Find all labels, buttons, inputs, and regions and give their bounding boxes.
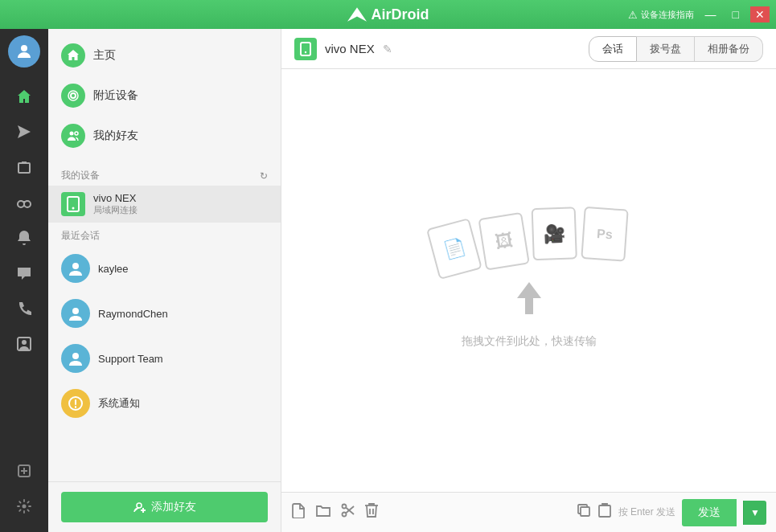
edit-rail-icon[interactable] [8, 455, 40, 487]
maximize-button[interactable]: □ [728, 6, 744, 23]
sidebar: 主页 附近设备 [48, 29, 281, 532]
svg-rect-3 [18, 163, 30, 173]
svg-point-12 [71, 93, 76, 98]
drop-hint-text: 拖拽文件到此处，快速传输 [462, 334, 597, 349]
svg-rect-34 [599, 505, 610, 517]
my-devices-label: 我的设备 [61, 169, 100, 182]
binoculars-rail-icon[interactable] [8, 186, 40, 219]
paste-right-icon[interactable] [597, 502, 612, 522]
titlebar-controls: ⚠ 设备连接指南 — □ ✕ [628, 6, 770, 23]
contact-item-raymond[interactable]: RaymondChen [48, 291, 281, 336]
send-button[interactable]: 发送 [682, 499, 737, 526]
contact-name-raymond: RaymondChen [98, 308, 168, 320]
new-file-toolbar-icon[interactable] [291, 502, 306, 522]
send-dropdown-button[interactable]: ▼ [743, 501, 766, 525]
svg-line-30 [346, 506, 354, 513]
drop-video-icon: 🎥 [531, 207, 577, 260]
contact-item-kaylee[interactable]: kaylee [48, 246, 281, 291]
sidebar-footer: 添加好友 [48, 481, 281, 532]
recent-section-title: 最近会话 [48, 223, 281, 246]
send-rail-icon[interactable] [8, 116, 40, 148]
refresh-icon[interactable]: ↻ [260, 170, 268, 182]
device-name: vivo NEX [93, 192, 138, 204]
contact-item-system[interactable]: 系统通知 [48, 381, 281, 426]
svg-point-25 [305, 51, 306, 52]
upload-arrow-icon [509, 278, 549, 321]
svg-point-21 [137, 503, 142, 508]
svg-point-5 [24, 201, 31, 207]
svg-point-7 [22, 340, 27, 345]
tab-dialpad[interactable]: 拨号盘 [637, 36, 695, 62]
scissors-toolbar-icon[interactable] [341, 503, 355, 522]
main-panel: vivo NEX ✎ 会话 拨号盘 相册备份 📄 [281, 29, 776, 532]
svg-point-1 [21, 45, 27, 51]
drop-ps-icon: Ps [581, 206, 628, 261]
tabs: 会话 拨号盘 相册备份 [589, 36, 763, 62]
svg-point-17 [72, 207, 75, 210]
friends-icon [61, 124, 85, 148]
toolbar-icons-left [291, 502, 378, 522]
drop-area: 📄 🖼 🎥 Ps 拖拽文件到 [281, 69, 776, 492]
titlebar: AirDroid ⚠ 设备连接指南 — □ ✕ [0, 0, 776, 29]
titlebar-logo: AirDroid [347, 6, 429, 23]
drop-image-icon: 🖼 [478, 211, 529, 270]
svg-point-4 [18, 201, 24, 207]
device-info: vivo NEX 局域网连接 [93, 192, 138, 216]
tab-album[interactable]: 相册备份 [695, 36, 763, 62]
svg-point-20 [72, 353, 79, 359]
svg-point-19 [72, 308, 79, 314]
contact-name-kaylee: kaylee [98, 263, 129, 275]
sidebar-item-nearby[interactable]: 附近设备 [48, 76, 281, 116]
settings-rail-icon[interactable] [8, 490, 40, 522]
svg-point-18 [72, 263, 79, 269]
copy-right-icon[interactable] [577, 503, 591, 522]
send-hint-text: 按 Enter 发送 [618, 505, 675, 519]
user-avatar[interactable] [8, 35, 40, 68]
minimize-button[interactable]: — [700, 6, 721, 23]
svg-point-11 [23, 505, 27, 509]
svg-point-13 [68, 91, 78, 100]
bell-rail-icon[interactable] [8, 222, 40, 254]
device-item-vivo[interactable]: vivo NEX 局域网连接 [48, 186, 281, 223]
home-icon [61, 43, 85, 68]
device-guide-hint[interactable]: ⚠ 设备连接指南 [628, 9, 694, 21]
add-friend-button[interactable]: 添加好友 [61, 492, 268, 522]
sidebar-item-home[interactable]: 主页 [48, 35, 281, 76]
device-header-icon [294, 38, 317, 60]
add-friend-label: 添加好友 [151, 500, 196, 514]
sidebar-item-friends-label: 我的好友 [93, 129, 138, 143]
contacts-rail-icon[interactable] [8, 328, 40, 360]
files-rail-icon[interactable] [8, 151, 40, 183]
recent-section: kaylee RaymondChen Suppo [48, 246, 281, 426]
contact-name-system: 系统通知 [98, 396, 140, 411]
device-phone-icon [61, 192, 85, 216]
tab-chat[interactable]: 会话 [589, 36, 637, 62]
main-device-name: vivo NEX [325, 42, 375, 55]
contact-avatar-support [61, 344, 90, 373]
svg-marker-2 [18, 125, 31, 138]
svg-marker-26 [517, 282, 541, 314]
nearby-icon [61, 84, 85, 108]
open-folder-toolbar-icon[interactable] [315, 503, 331, 522]
delete-toolbar-icon[interactable] [365, 502, 378, 522]
my-devices-section: 我的设备 ↻ [48, 162, 281, 186]
device-status: 局域网连接 [93, 204, 138, 216]
home-rail-icon[interactable] [8, 80, 40, 113]
close-button[interactable]: ✕ [750, 6, 770, 23]
bottom-toolbar: 按 Enter 发送 发送 ▼ [281, 492, 776, 532]
contact-item-support[interactable]: Support Team [48, 336, 281, 381]
svg-point-14 [70, 132, 74, 136]
airdroid-logo-icon [347, 7, 367, 22]
toolbar-icons-right: 按 Enter 发送 发送 ▼ [577, 499, 766, 526]
recent-label: 最近会话 [61, 229, 100, 243]
sidebar-item-home-label: 主页 [93, 48, 116, 63]
drop-icons: 📄 🖼 🎥 Ps [429, 204, 629, 273]
chat-rail-icon[interactable] [8, 257, 40, 289]
drop-doc-icon: 📄 [425, 218, 482, 280]
sidebar-item-friends[interactable]: 我的好友 [48, 116, 281, 156]
phone-rail-icon[interactable] [8, 293, 40, 325]
sidebar-nav: 主页 附近设备 [48, 29, 281, 162]
edit-device-name-icon[interactable]: ✎ [383, 43, 392, 55]
contact-avatar-kaylee [61, 254, 90, 283]
main-header: vivo NEX ✎ 会话 拨号盘 相册备份 [281, 29, 776, 69]
